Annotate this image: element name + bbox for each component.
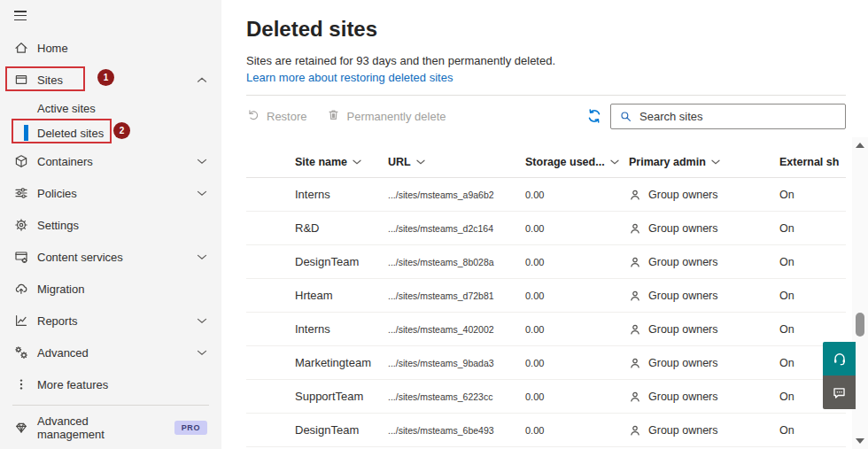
sidebar-footer: Advanced management PRO: [0, 405, 221, 449]
sidebar-item-more-features[interactable]: More features: [0, 368, 221, 400]
storage-cell: 0.00: [525, 425, 629, 436]
sidebar-item-migration[interactable]: Migration: [0, 273, 221, 305]
sites-icon: [14, 73, 28, 87]
storage-cell: 0.00: [525, 223, 629, 234]
sidebar: Home Sites Active sites Deleted sites C: [0, 0, 221, 449]
url-cell: .../sites/msteams_9bada3: [388, 358, 525, 368]
home-icon: [14, 41, 28, 55]
primary-admin-cell: Group owners: [629, 222, 779, 235]
gem-icon: [14, 421, 28, 435]
sidebar-item-deleted-sites[interactable]: Deleted sites: [0, 120, 221, 145]
table-row[interactable]: Hrteam .../sites/msteams_d72b81 0.00 Gro…: [246, 279, 846, 313]
site-name-cell: Interns: [295, 188, 388, 201]
person-icon: [629, 189, 641, 201]
trash-icon: [327, 108, 340, 124]
url-cell: .../sites/msteams_6223cc: [388, 391, 525, 402]
column-header-external-sharing[interactable]: External sh: [779, 156, 846, 168]
ellipsis-vertical-icon: [14, 377, 28, 391]
sidebar-item-label: Home: [37, 42, 207, 55]
sidebar-item-reports[interactable]: Reports: [0, 305, 221, 337]
sidebar-item-settings[interactable]: Settings: [0, 209, 221, 241]
chevron-down-icon[interactable]: [197, 159, 207, 165]
site-name-cell: Hrteam: [295, 289, 388, 302]
sidebar-item-containers[interactable]: Containers: [0, 145, 221, 177]
admin-label: Group owners: [648, 222, 718, 235]
sidebar-item-label: Migration: [37, 283, 207, 296]
sidebar-item-label: Advanced management: [37, 414, 159, 441]
sidebar-item-active-sites[interactable]: Active sites: [0, 96, 221, 120]
person-icon: [629, 290, 641, 302]
sidebar-item-label: Active sites: [37, 102, 207, 115]
chevron-down-icon[interactable]: [197, 350, 207, 356]
sidebar-item-label: Advanced: [37, 346, 188, 360]
sidebar-nav: Home Sites Active sites Deleted sites C: [0, 32, 221, 400]
site-name-cell: Interns: [295, 322, 388, 336]
page-description: Sites are retained for 93 days and then …: [246, 54, 846, 67]
chevron-down-icon[interactable]: [197, 190, 207, 197]
storage-cell: 0.00: [525, 324, 629, 335]
table-row[interactable]: Marketingteam .../sites/msteams_9bada3 0…: [246, 346, 846, 380]
url-cell: .../sites/msteams_d2c164: [388, 223, 525, 234]
page-title: Deleted sites: [246, 16, 846, 43]
sidebar-item-content-services[interactable]: Content services: [0, 241, 221, 273]
restore-label: Restore: [267, 110, 307, 123]
help-button[interactable]: [823, 342, 856, 375]
chevron-up-icon[interactable]: [197, 77, 207, 83]
permanently-delete-button[interactable]: Permanently delete: [327, 108, 446, 124]
table-row[interactable]: DesignTeam .../sites/msteams_6be493 0.00…: [246, 414, 846, 447]
table-row[interactable]: R&D .../sites/msteams_d2c164 0.00 Group …: [246, 212, 846, 245]
storage-cell: 0.00: [525, 391, 629, 402]
sliders-icon: [14, 186, 28, 200]
storage-cell: 0.00: [525, 290, 629, 301]
scrollbar-thumb[interactable]: [856, 313, 864, 337]
annotation-step-badge: 1: [97, 69, 114, 86]
selected-indicator: [24, 125, 28, 141]
external-sharing-cell: On: [779, 189, 846, 201]
table-row[interactable]: SupportTeam .../sites/msteams_6223cc 0.0…: [246, 380, 846, 414]
url-cell: .../sites/msteams_8b028a: [388, 257, 525, 267]
toolbar-right: [586, 104, 846, 129]
sidebar-item-label: Policies: [37, 187, 188, 200]
hamburger-menu-icon[interactable]: [14, 11, 27, 23]
person-icon: [629, 424, 641, 437]
scrollbar-up-arrow-icon[interactable]: [856, 143, 864, 148]
primary-admin-cell: Group owners: [629, 391, 779, 403]
feedback-button[interactable]: [823, 375, 856, 409]
column-label: Site name: [295, 156, 347, 168]
feedback-bubble-icon: [832, 385, 847, 400]
table-row[interactable]: Interns .../sites/msteams_402002 0.00 Gr…: [246, 313, 846, 346]
person-icon: [629, 256, 641, 268]
admin-label: Group owners: [648, 391, 718, 403]
table-row[interactable]: DesignTeam .../sites/msteams_8b028a 0.00…: [246, 245, 846, 279]
sidebar-item-policies[interactable]: Policies: [0, 177, 221, 209]
learn-more-link[interactable]: Learn more about restoring deleted sites: [246, 71, 453, 84]
headset-icon: [832, 351, 848, 367]
site-name-cell: SupportTeam: [295, 390, 388, 403]
search-input[interactable]: [639, 110, 837, 123]
column-header-site-name[interactable]: Site name: [295, 156, 388, 168]
primary-admin-cell: Group owners: [629, 323, 779, 336]
person-icon: [629, 357, 641, 369]
site-name-cell: Marketingteam: [295, 356, 388, 369]
deleted-sites-table: Site name URL Storage used... Primary ad…: [246, 136, 846, 447]
restore-button[interactable]: Restore: [246, 108, 307, 124]
refresh-icon[interactable]: [586, 108, 602, 124]
gears-icon: [14, 345, 28, 360]
storage-cell: 0.00: [525, 358, 629, 368]
external-sharing-cell: On: [779, 323, 846, 336]
column-header-url[interactable]: URL: [388, 156, 525, 168]
column-label: URL: [388, 156, 411, 168]
cloud-upload-icon: [14, 282, 28, 296]
chevron-down-icon[interactable]: [197, 254, 207, 260]
sidebar-item-advanced-management[interactable]: Advanced management PRO: [0, 406, 221, 449]
sidebar-item-advanced[interactable]: Advanced: [0, 337, 221, 368]
primary-admin-cell: Group owners: [629, 357, 779, 369]
admin-label: Group owners: [648, 290, 718, 302]
table-row[interactable]: Interns .../sites/msteams_a9a6b2 0.00 Gr…: [246, 178, 846, 212]
sidebar-item-home[interactable]: Home: [0, 32, 221, 64]
sort-chevron-icon: [610, 159, 619, 165]
column-header-primary-admin[interactable]: Primary admin: [629, 156, 779, 168]
chevron-down-icon[interactable]: [197, 318, 207, 324]
scrollbar-down-arrow-icon[interactable]: [856, 438, 864, 444]
column-header-storage-used[interactable]: Storage used...: [525, 156, 629, 168]
